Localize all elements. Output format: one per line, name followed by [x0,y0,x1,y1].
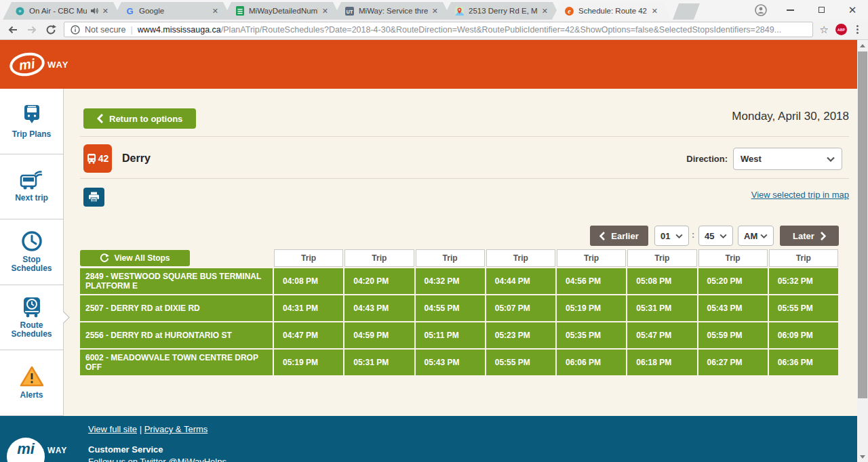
tab-maps[interactable]: 2513 Derry Rd E, Missis ✕ [442,2,561,20]
tab-spreadsheet[interactable]: MiWayDetailedNumber ✕ [222,2,342,20]
back-icon[interactable] [7,24,19,36]
trip-time-cell[interactable]: 06:09 PM [769,322,838,348]
refresh-icon[interactable] [45,24,57,36]
privacy-terms-link[interactable]: Privacy & Terms [144,424,208,434]
trip-time-cell[interactable]: 04:55 PM [416,295,485,321]
route-schedules-icon [22,296,42,318]
trip-column-header[interactable]: Trip [344,249,414,267]
view-full-site-link[interactable]: View full site [88,424,137,434]
later-button[interactable]: Later [780,226,839,246]
tab-close-icon[interactable]: ✕ [432,7,438,15]
trip-column-header[interactable]: Trip [274,249,343,267]
scrollbar-up-arrow[interactable] [857,40,868,51]
sidebar-item-label: Stop Schedules [0,255,63,273]
trip-time-cell[interactable]: 04:47 PM [274,322,343,348]
trip-time-cell[interactable]: 05:47 PM [627,322,696,348]
trip-time-cell[interactable]: 04:56 PM [557,268,626,294]
meridiem-select[interactable]: AM [738,226,774,246]
tab-close-icon[interactable]: ✕ [542,7,548,15]
tab-close-icon[interactable]: ✕ [102,7,108,15]
trip-time-cell[interactable]: 06:36 PM [769,350,838,375]
tab-cbc-music[interactable]: On Air - CBC Music ✕ [3,2,122,20]
earlier-button[interactable]: Earlier [590,226,648,246]
trip-time-cell[interactable]: 06:27 PM [698,350,768,375]
profile-icon[interactable] [747,0,774,20]
trip-time-cell[interactable]: 05:43 PM [698,295,768,321]
sidebar-item-route-schedules[interactable]: Route Schedules [0,285,63,351]
trip-column-header[interactable]: Trip [769,249,838,267]
view-trip-map-link[interactable]: View selected trip in map [751,190,849,200]
adblock-icon[interactable]: ABP [835,24,847,35]
trip-time-cell[interactable]: 05:08 PM [627,268,696,294]
loop-arrow-icon [100,253,109,263]
trip-time-cell[interactable]: 04:08 PM [274,268,343,294]
forward-icon[interactable] [26,24,38,36]
return-to-options-button[interactable]: Return to options [83,108,196,129]
scrollbar-thumb[interactable] [858,51,867,398]
cbc-music-icon [15,6,25,16]
stop-name-cell: 2556 - DERRY RD at HURONTARIO ST [80,322,273,348]
page-scrollbar[interactable] [857,40,868,462]
restore-button[interactable] [806,0,837,20]
close-window-button[interactable]: ✕ [837,0,868,20]
trip-time-cell[interactable]: 05:07 PM [486,295,555,321]
tab-schedule-active[interactable]: e Schedule: Route 42 - De ✕ [552,2,671,20]
trip-time-cell[interactable]: 05:11 PM [416,322,485,348]
trip-column-header[interactable]: Trip [698,249,768,267]
trip-time-cell[interactable]: 06:06 PM [557,350,626,375]
trip-time-cell[interactable]: 05:19 PM [274,350,343,375]
trip-time-cell[interactable]: 05:31 PM [627,295,696,321]
trip-column-header[interactable]: Trip [486,249,555,267]
trip-time-cell[interactable]: 05:20 PM [698,268,768,294]
trip-time-cell[interactable]: 04:44 PM [486,268,555,294]
chevron-left-icon [599,232,605,240]
tab-close-icon[interactable]: ✕ [652,7,658,15]
minute-value: 45 [705,231,714,241]
browser-menu-icon[interactable] [854,25,861,34]
hour-select[interactable]: 01 [654,226,689,246]
trip-time-cell[interactable]: 05:55 PM [769,295,838,321]
minute-select[interactable]: 45 [698,226,733,246]
tab-google[interactable]: G Google ✕ [113,2,232,20]
trip-time-cell[interactable]: 05:35 PM [557,322,626,348]
view-all-stops-button[interactable]: View All Stops [80,250,190,266]
scrollbar-down-arrow[interactable] [857,451,868,462]
trip-time-cell[interactable]: 05:31 PM [344,350,414,375]
twitter-link[interactable]: Follow us on Twitter @MiWayHelps [88,457,226,462]
alert-warning-icon [20,366,44,387]
trip-column-header[interactable]: Trip [627,249,696,267]
chevron-right-icon [821,232,826,240]
trip-time-cell[interactable]: 04:59 PM [344,322,414,348]
tab-forum-thread[interactable]: UT MiWay: Service thread | ✕ [332,2,452,20]
sidebar-item-trip-plans[interactable]: Trip Plans [0,89,63,154]
sidebar-item-stop-schedules[interactable]: Stop Schedules [0,219,63,285]
address-bar[interactable]: Not secure | www4.mississauga.ca/PlanATr… [64,22,813,37]
tab-close-icon[interactable]: ✕ [322,7,328,15]
trip-time-cell[interactable]: 04:43 PM [344,295,414,321]
tab-audio-icon[interactable] [91,7,98,14]
chevron-down-icon [675,234,683,238]
bookmark-star-icon[interactable]: ☆ [820,24,829,36]
trip-time-cell[interactable]: 04:32 PM [416,268,485,294]
trip-column-header[interactable]: Trip [557,249,626,267]
sidebar-item-alerts[interactable]: Alerts [0,350,63,416]
trip-time-cell[interactable]: 05:19 PM [557,295,626,321]
new-tab-button[interactable] [673,3,700,20]
sidebar-item-next-trip[interactable]: Next trip [0,154,63,220]
trip-time-cell[interactable]: 05:32 PM [769,268,838,294]
trip-time-cell[interactable]: 05:55 PM [486,350,555,375]
trip-column-header[interactable]: Trip [416,249,485,267]
trip-time-cell[interactable]: 04:31 PM [274,295,343,321]
trip-time-cell[interactable]: 05:59 PM [698,322,768,348]
trip-time-cell[interactable]: 04:20 PM [344,268,414,294]
direction-select[interactable]: West [733,148,842,170]
trip-time-cell[interactable]: 05:43 PM [416,350,485,375]
tab-close-icon[interactable]: ✕ [212,7,218,15]
minimize-button[interactable] [774,0,806,20]
print-button[interactable] [83,188,104,207]
info-icon[interactable] [71,25,80,35]
trip-time-cell[interactable]: 06:18 PM [627,350,696,375]
tab-title: MiWayDetailedNumber [249,7,318,15]
later-label: Later [793,231,814,241]
trip-time-cell[interactable]: 05:23 PM [486,322,555,348]
